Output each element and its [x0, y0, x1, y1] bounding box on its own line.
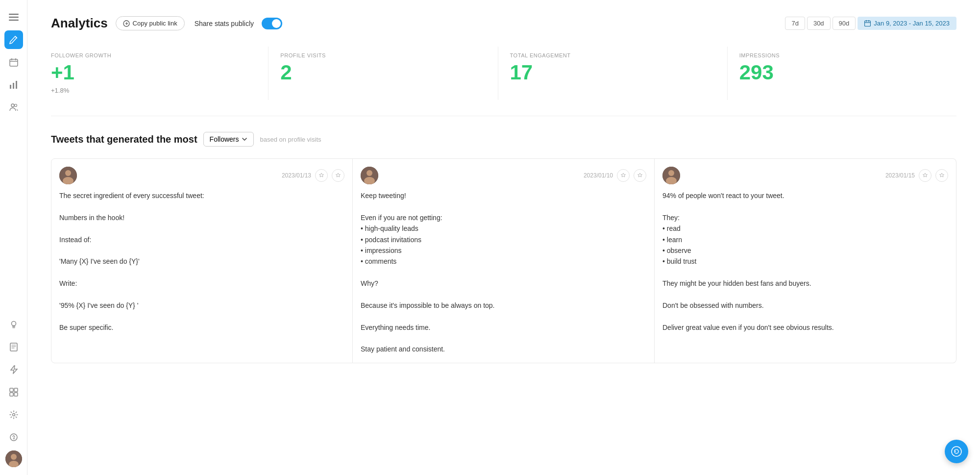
share-stats-toggle[interactable] — [262, 18, 282, 29]
svg-point-9 — [11, 322, 16, 326]
stat-profile-visits: PROFILE VISITS 2 — [269, 47, 498, 100]
svg-point-15 — [12, 414, 15, 416]
stat-profile-visits-value: 2 — [280, 62, 486, 83]
sidebar-item-compose[interactable] — [4, 30, 23, 49]
tweet-body-1: The secret ingredient of every successfu… — [59, 190, 344, 333]
stat-follower-growth: FOLLOWER GROWTH +1 +1.8% — [51, 47, 269, 100]
svg-point-16 — [10, 434, 17, 441]
svg-rect-4 — [10, 85, 11, 89]
sidebar-item-people[interactable] — [4, 98, 23, 117]
sidebar-item-book[interactable] — [4, 338, 23, 356]
tweet-date-1: 2023/01/13 — [282, 172, 311, 179]
share-stats-label: Share stats publicly — [195, 20, 254, 27]
svg-point-7 — [11, 104, 14, 107]
sidebar-item-lightning[interactable] — [4, 360, 23, 379]
main-content: Analytics Copy public link Share stats p… — [27, 0, 980, 475]
svg-point-8 — [14, 104, 17, 107]
tweet-body-3: 94% of people won't react to your tweet.… — [662, 190, 948, 333]
stat-total-engagement: TOTAL ENGAGEMENT 17 — [498, 47, 728, 100]
stat-follower-growth-value: +1 — [51, 62, 256, 83]
svg-rect-10 — [10, 343, 17, 351]
svg-point-31 — [952, 447, 961, 456]
dropdown-label: Followers — [210, 135, 239, 143]
svg-point-18 — [11, 454, 17, 460]
tweet-boost-btn-1[interactable] — [315, 169, 328, 182]
tweet-date-3: 2023/01/15 — [885, 172, 915, 179]
sidebar-item-coin[interactable] — [4, 428, 23, 447]
tweets-section: Tweets that generated the most Followers… — [51, 132, 956, 363]
copy-link-label: Copy public link — [133, 20, 177, 27]
svg-rect-5 — [13, 83, 14, 89]
tweet-meta-3: 2023/01/15 — [680, 169, 948, 182]
tweet-body-2: Keep tweeting! Even if you are not getti… — [361, 190, 646, 355]
svg-rect-1 — [9, 17, 19, 18]
sidebar-item-analytics[interactable] — [4, 75, 23, 94]
tweet-card-1: 2023/01/13 The secret ingr — [51, 158, 353, 363]
stat-impressions-label: IMPRESSIONS — [739, 52, 945, 58]
tweet-avatar-2 — [361, 167, 378, 184]
date-range-button[interactable]: Jan 9, 2023 - Jan 15, 2023 — [858, 17, 956, 30]
page-header: Analytics Copy public link Share stats p… — [51, 16, 956, 31]
tweet-card-2: 2023/01/10 Keep tweeting! — [353, 158, 655, 363]
tweet-card-2-header: 2023/01/10 — [361, 167, 646, 184]
tweet-star-btn-1[interactable] — [332, 169, 344, 182]
tweet-card-3-header: 2023/01/15 — [662, 167, 948, 184]
stats-row: FOLLOWER GROWTH +1 +1.8% PROFILE VISITS … — [51, 47, 956, 116]
tweet-star-btn-3[interactable] — [935, 169, 948, 182]
stat-impressions-value: 293 — [739, 62, 945, 83]
svg-rect-0 — [9, 14, 19, 15]
stat-follower-growth-sub: +1.8% — [51, 87, 256, 94]
svg-rect-3 — [10, 59, 18, 66]
tweet-boost-btn-3[interactable] — [919, 169, 931, 182]
sidebar-item-bulb[interactable] — [4, 315, 23, 334]
sidebar — [0, 0, 27, 475]
tweet-boost-btn-2[interactable] — [617, 169, 630, 182]
sidebar-item-grid[interactable] — [4, 383, 23, 401]
stat-impressions: IMPRESSIONS 293 — [728, 47, 956, 100]
svg-point-23 — [65, 170, 71, 176]
avatar[interactable] — [5, 450, 22, 467]
period-30d-button[interactable]: 30d — [807, 17, 831, 30]
svg-point-29 — [668, 170, 674, 176]
date-controls: 7d 30d 90d Jan 9, 2023 - Jan 15, 2023 — [785, 17, 956, 30]
tweet-avatar-1 — [59, 167, 77, 184]
stat-follower-growth-label: FOLLOWER GROWTH — [51, 52, 256, 58]
page-title: Analytics — [51, 16, 108, 31]
date-range-label: Jan 9, 2023 - Jan 15, 2023 — [874, 20, 950, 27]
tweets-grid: 2023/01/13 The secret ingr — [51, 158, 956, 363]
tweets-header: Tweets that generated the most Followers… — [51, 132, 956, 147]
svg-rect-11 — [10, 388, 13, 392]
svg-rect-2 — [9, 20, 19, 21]
based-on-label: based on profile visits — [260, 136, 321, 143]
svg-rect-6 — [16, 81, 17, 89]
stat-total-engagement-value: 17 — [510, 62, 715, 83]
copy-link-button[interactable]: Copy public link — [116, 16, 185, 30]
period-7d-button[interactable]: 7d — [785, 17, 805, 30]
tweets-section-title: Tweets that generated the most — [51, 134, 197, 145]
tweet-card-3: 2023/01/15 94% of people w — [655, 158, 956, 363]
svg-rect-14 — [14, 393, 18, 396]
tweet-meta-2: 2023/01/10 — [378, 169, 646, 182]
tweet-card-1-header: 2023/01/13 — [59, 167, 344, 184]
stat-total-engagement-label: TOTAL ENGAGEMENT — [510, 52, 715, 58]
svg-rect-21 — [865, 21, 871, 26]
followers-dropdown[interactable]: Followers — [203, 132, 254, 147]
tweet-date-2: 2023/01/10 — [584, 172, 613, 179]
svg-rect-13 — [10, 393, 13, 396]
sidebar-item-settings[interactable] — [4, 405, 23, 424]
fab-button[interactable] — [945, 440, 968, 463]
svg-rect-12 — [14, 388, 18, 392]
tweet-avatar-3 — [662, 167, 680, 184]
period-90d-button[interactable]: 90d — [833, 17, 856, 30]
svg-point-26 — [367, 170, 372, 176]
tweet-star-btn-2[interactable] — [634, 169, 646, 182]
stat-profile-visits-label: PROFILE VISITS — [280, 52, 486, 58]
tweet-meta-1: 2023/01/13 — [77, 169, 344, 182]
sidebar-item-menu[interactable] — [4, 8, 23, 26]
sidebar-item-calendar[interactable] — [4, 53, 23, 72]
